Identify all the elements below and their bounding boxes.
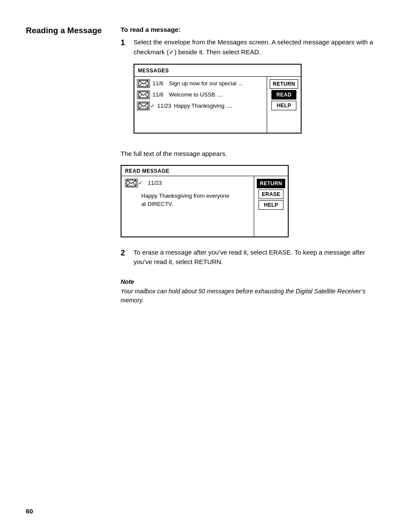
envelope-icon-1 xyxy=(137,79,150,88)
step-1-number: 1 xyxy=(121,37,128,141)
message-row-1: 11/6 Sign up now for our special ... xyxy=(137,79,264,88)
msg-date-2: 11/8 xyxy=(153,90,166,99)
note-text: Your mailbox can hold about 50 messages … xyxy=(121,287,385,305)
help-button-1[interactable]: HELP xyxy=(271,101,296,110)
step-1-text-part2: ) beside it. Then select READ. xyxy=(174,48,261,56)
message-row-2: 11/8 Welcome to USSB .... xyxy=(137,90,264,99)
read-screen-content: ✓ 11/23 Happy Thanksgiving from everyone… xyxy=(121,176,254,236)
svg-line-4 xyxy=(139,95,142,98)
checked-mark-1: ✓ xyxy=(150,102,155,110)
read-msg-line2: at DIRECTV. xyxy=(141,200,250,208)
messages-list: 11/6 Sign up now for our special ... xyxy=(134,77,267,133)
messages-buttons: RETURN READ HELP xyxy=(267,77,301,133)
message-row-3: ✓ 11/23 Happy Thanksgiving .... xyxy=(137,102,264,110)
note-section: Note Your mailbox can hold about 50 mess… xyxy=(121,278,385,305)
msg-text-1: Sign up now for our special ... xyxy=(169,79,243,88)
step-1: 1 Select the envelope from the Messages … xyxy=(121,37,385,141)
msg-date-1: 11/6 xyxy=(153,79,166,88)
envelope-icon-2 xyxy=(137,90,150,99)
right-column: To read a message: 1 Select the envelope… xyxy=(121,26,385,305)
read-screen-buttons: RETURN ERASE HELP xyxy=(254,176,288,236)
svg-line-11 xyxy=(133,183,136,186)
page-number: 60 xyxy=(26,507,33,515)
content-area: Reading a Message To read a message: 1 S… xyxy=(26,26,385,305)
section-title: Reading a Message xyxy=(26,26,121,36)
svg-line-1 xyxy=(139,84,142,87)
read-screen-header: READ MESSAGE xyxy=(121,166,288,176)
step-1-text: Select the envelope from the Messages sc… xyxy=(134,37,385,141)
help-button-2[interactable]: HELP xyxy=(258,200,283,210)
svg-line-10 xyxy=(127,183,130,186)
read-msg-body: Happy Thanksgiving from everyone at DIRE… xyxy=(125,192,250,208)
svg-line-8 xyxy=(145,106,148,109)
step-2-number: 2 xyxy=(121,248,128,267)
messages-screen-header: MESSAGES xyxy=(134,65,301,77)
messages-screen: MESSAGES xyxy=(134,64,302,134)
erase-button[interactable]: ERASE xyxy=(258,190,283,199)
page: Reading a Message To read a message: 1 S… xyxy=(0,0,411,532)
between-text: The full text of the message appears. xyxy=(121,149,385,159)
note-title: Note xyxy=(121,278,385,285)
msg-text-2: Welcome to USSB .... xyxy=(169,90,223,99)
step-2: 2 To erase a message after you’ve read i… xyxy=(121,248,385,267)
step-2-text: To erase a message after you’ve read it,… xyxy=(134,248,385,267)
svg-line-7 xyxy=(139,106,142,109)
read-button[interactable]: READ xyxy=(271,90,296,100)
msg-date-3: 11/23 xyxy=(157,102,171,110)
checkmark-icon: ✓ xyxy=(169,48,174,56)
messages-screen-body: 11/6 Sign up now for our special ... xyxy=(134,77,301,133)
envelope-icon-read xyxy=(125,179,138,187)
read-msg-date: 11/23 xyxy=(148,180,162,186)
read-screen-body: ✓ 11/23 Happy Thanksgiving from everyone… xyxy=(121,176,288,236)
left-column: Reading a Message xyxy=(26,26,121,305)
instruction-heading: To read a message: xyxy=(121,26,385,33)
return-button-2[interactable]: RETURN xyxy=(257,179,285,188)
checked-mark-read: ✓ xyxy=(138,180,143,186)
read-message-screen: READ MESSAGE xyxy=(121,165,289,237)
msg-text-3: Happy Thanksgiving .... xyxy=(174,102,233,110)
envelope-icon-3 xyxy=(137,102,150,110)
svg-line-5 xyxy=(145,95,148,98)
return-button-1[interactable]: RETURN xyxy=(270,79,298,89)
read-msg-line1: Happy Thanksgiving from everyone xyxy=(141,192,250,200)
read-msg-header-row: ✓ 11/23 xyxy=(125,179,250,187)
svg-line-2 xyxy=(145,84,148,87)
